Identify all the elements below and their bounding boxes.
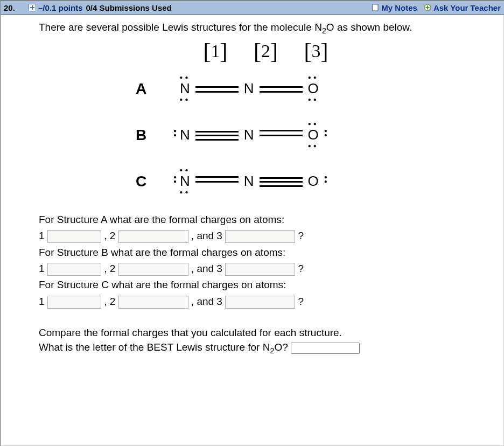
single-bond — [195, 176, 239, 187]
input-c1[interactable] — [47, 296, 101, 309]
question-content: There are several possible Lewis structu… — [1, 15, 504, 446]
prompt-a: For Structure A what are the formal char… — [39, 212, 493, 228]
input-c3[interactable] — [225, 296, 295, 309]
points-text: –/0.1 points — [38, 3, 83, 12]
atom-n2: N — [243, 127, 255, 143]
intro-text: There are several possible Lewis structu… — [39, 22, 493, 35]
inputs-row-c: 1 , 2 , and 3 ? — [39, 294, 493, 310]
atom-o: ●● O ●● — [307, 80, 320, 97]
compare-section: Compare the formal charges that you calc… — [39, 326, 493, 356]
compare-line2: What is the letter of the BEST Lewis str… — [39, 340, 493, 357]
prompt-c: For Structure C what are the formal char… — [39, 277, 493, 293]
atom-o: ●● O ●● ●● — [307, 127, 320, 143]
inputs-row-b: 1 , 2 , and 3 ? — [39, 261, 493, 277]
question-number: 20. — [4, 3, 29, 12]
expand-icon[interactable] — [29, 4, 36, 11]
input-c2[interactable] — [118, 296, 188, 309]
atom-o: O ●● — [307, 173, 320, 190]
structure-label-c: C — [136, 173, 163, 190]
question-container: 20. –/0.1 points 0/4 Submissions Used My… — [0, 0, 504, 446]
double-bond — [195, 83, 239, 94]
my-notes-link[interactable]: My Notes — [372, 3, 417, 12]
triple-bond — [260, 176, 303, 187]
question-header: 20. –/0.1 points 0/4 Submissions Used My… — [1, 0, 504, 15]
atom-n1: ●● N — [179, 127, 191, 143]
atom-n1: ●● N ●● — [179, 80, 191, 97]
ask-teacher-label: Ask Your Teacher — [433, 3, 501, 12]
input-b1[interactable] — [47, 263, 101, 276]
input-b3[interactable] — [225, 263, 295, 276]
formal-charge-questions: For Structure A what are the formal char… — [39, 212, 493, 310]
structure-row-c: C ●● ●● N ●● N O ●● — [39, 173, 493, 190]
input-a2[interactable] — [118, 230, 188, 243]
lewis-structure-a: ●● N ●● N ●● O ●● — [179, 80, 320, 97]
single-bond — [260, 130, 303, 141]
my-notes-label: My Notes — [381, 3, 417, 12]
plus-circle-icon — [424, 4, 431, 11]
structure-label-b: B — [136, 127, 163, 144]
atom-n2: N — [243, 80, 255, 97]
inputs-row-a: 1 , 2 , and 3 ? — [39, 228, 493, 244]
prompt-b: For Structure B what are the formal char… — [39, 245, 493, 261]
input-a3[interactable] — [225, 230, 295, 243]
input-a1[interactable] — [47, 230, 101, 243]
submissions-text: 0/4 Submissions Used — [86, 3, 172, 12]
lewis-structure-c: ●● ●● N ●● N O ●● — [179, 173, 320, 190]
compare-line1: Compare the formal charges that you calc… — [39, 326, 493, 340]
triple-bond — [195, 130, 239, 141]
double-bond — [260, 83, 303, 94]
input-b2[interactable] — [118, 263, 188, 276]
lewis-structure-b: ●● N N ●● O ●● ●● — [179, 127, 320, 143]
structure-row-b: B ●● N N ●● O ●● ●● — [39, 127, 493, 144]
structure-label-a: A — [136, 80, 163, 97]
notes-icon — [372, 4, 379, 11]
position-labels-row: [1] [2] [3] — [39, 38, 493, 64]
input-best-structure[interactable] — [291, 343, 360, 354]
ask-teacher-link[interactable]: Ask Your Teacher — [422, 3, 501, 12]
atom-n2: N — [243, 173, 255, 190]
structure-row-a: A ●● N ●● N ●● O ●● — [39, 80, 493, 97]
atom-n1: ●● ●● N ●● — [179, 173, 191, 190]
